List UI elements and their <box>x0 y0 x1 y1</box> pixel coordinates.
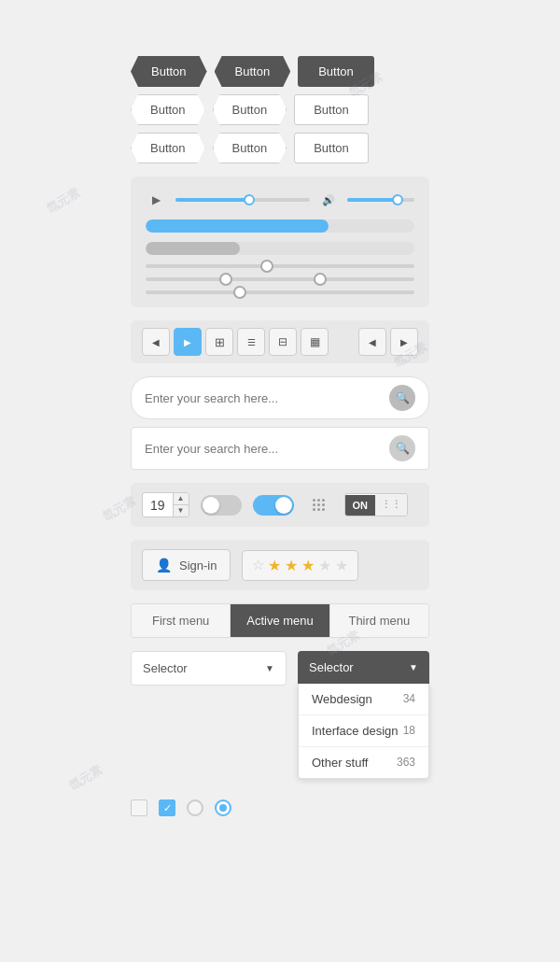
button-row-2: Button Button Button <box>131 94 429 125</box>
search-box-1: 🔍 <box>131 376 429 419</box>
selector-light-label: Selector <box>143 661 188 675</box>
selector-dark: Selector ▼ Webdesign 34 Interface design… <box>298 651 429 779</box>
on-label: ON <box>345 495 376 516</box>
number-value: 19 <box>143 494 173 516</box>
toggle-off[interactable] <box>201 495 242 516</box>
dots-toggle[interactable] <box>305 495 333 516</box>
dropdown-item-3-count: 363 <box>397 756 415 770</box>
range-single-2[interactable] <box>146 290 414 294</box>
search-box-2: 🔍 <box>131 427 429 470</box>
media-cols-btn[interactable]: ⊟ <box>269 328 297 356</box>
media-grid-btn[interactable]: ⊞ <box>205 328 233 356</box>
dropdown-item-3-label: Other stuff <box>312 756 368 770</box>
number-up-btn[interactable]: ▲ <box>174 493 189 505</box>
star-empty-1[interactable]: ★ <box>318 557 331 574</box>
number-input: 19 ▲ ▼ <box>142 492 189 517</box>
volume-track[interactable] <box>347 198 414 202</box>
signin-button[interactable]: 👤 Sign-in <box>142 549 231 581</box>
play-icon[interactable]: ▶ <box>146 190 166 210</box>
star-filled-3[interactable]: ★ <box>301 557 315 574</box>
button-light-rect-1[interactable]: Button <box>294 94 369 125</box>
media-controls: ◀ ▶ ⊞ ☰ ⊟ ▦ ◀ ▶ <box>131 320 429 363</box>
controls-row: 19 ▲ ▼ ON ⋮⋮ <box>131 483 429 527</box>
progress-bar-gray <box>146 242 414 255</box>
play-progress-track[interactable] <box>175 198 310 202</box>
play-slider-row: ▶ 🔊 <box>146 190 414 210</box>
button-light-arrow-4[interactable]: Button <box>213 133 287 163</box>
volume-icon[interactable]: 🔊 <box>319 191 338 209</box>
dropdown-item-3[interactable]: Other stuff 363 <box>299 747 428 778</box>
stars-rating[interactable]: ☆ ★ ★ ★ ★ ★ <box>242 550 358 581</box>
media-list-btn[interactable]: ☰ <box>237 328 265 356</box>
dropdown-item-2[interactable]: Interface design 18 <box>299 715 428 747</box>
number-arrows: ▲ ▼ <box>173 493 189 516</box>
dropdown-item-1[interactable]: Webdesign 34 <box>299 684 428 715</box>
button-light-rect-2[interactable]: Button <box>294 133 369 163</box>
star-filled-2[interactable]: ★ <box>285 557 298 574</box>
star-empty-2[interactable]: ★ <box>335 557 348 574</box>
checkbox-checked[interactable]: ✓ <box>159 799 175 816</box>
range-dual[interactable] <box>146 277 414 281</box>
star-outline-1[interactable]: ☆ <box>252 557 264 573</box>
search-button-2[interactable]: 🔍 <box>389 435 415 461</box>
radio-dot <box>219 804 227 812</box>
on-off-toggle[interactable]: ON ⋮⋮ <box>344 493 409 516</box>
number-down-btn[interactable]: ▼ <box>174 505 189 516</box>
button-light-arrow-1[interactable]: Button <box>131 94 205 125</box>
button-dark-rect-1[interactable]: Button <box>298 56 374 87</box>
user-icon: 👤 <box>156 558 172 573</box>
selectors-row: Selector ▼ Selector ▼ Webdesign 34 Inter… <box>131 651 429 779</box>
menu-tabs: First menu Active menu Third menu <box>131 603 429 638</box>
search-input-1[interactable] <box>145 391 382 405</box>
media-back-btn[interactable]: ◀ <box>358 328 386 356</box>
star-filled-1[interactable]: ★ <box>268 557 281 574</box>
dropdown-item-2-count: 18 <box>403 724 415 738</box>
selector-dark-chevron: ▼ <box>409 662 418 672</box>
toggle-on[interactable] <box>253 495 294 516</box>
media-barchart-btn[interactable]: ▦ <box>301 328 329 356</box>
menu-tab-active[interactable]: Active menu <box>231 604 329 637</box>
dropdown-item-2-label: Interface design <box>312 724 399 738</box>
buttons-section: Button Button Button Button Button Butto… <box>131 56 429 163</box>
progress-bar-blue <box>146 219 414 233</box>
check-radio-row: ✓ <box>131 792 429 824</box>
dropdown-item-1-count: 34 <box>403 692 415 706</box>
off-dots: ⋮⋮ <box>375 494 407 516</box>
selector-dark-header[interactable]: Selector ▼ <box>298 651 429 684</box>
range-single-1[interactable] <box>146 264 414 268</box>
checkbox-unchecked[interactable] <box>131 799 147 816</box>
chevron-down-icon: ▼ <box>265 663 274 673</box>
button-row-1: Button Button Button <box>131 56 429 87</box>
search-button-1[interactable]: 🔍 <box>389 385 415 411</box>
media-play-btn[interactable]: ▶ <box>174 328 202 356</box>
button-row-3: Button Button Button <box>131 133 429 163</box>
menu-tab-first[interactable]: First menu <box>132 604 231 637</box>
dropdown-item-1-label: Webdesign <box>312 692 372 706</box>
radio-unselected[interactable] <box>187 799 203 816</box>
button-light-arrow-2[interactable]: Button <box>213 94 287 125</box>
signin-label: Sign-in <box>179 559 217 573</box>
selector-light[interactable]: Selector ▼ <box>131 651 287 686</box>
button-dark-arrow-2[interactable]: Button <box>215 56 291 87</box>
media-prev-btn[interactable]: ◀ <box>142 328 170 356</box>
search-section: 🔍 🔍 <box>131 376 429 470</box>
menu-tab-third[interactable]: Third menu <box>330 604 428 637</box>
button-dark-arrow-1[interactable]: Button <box>131 56 207 87</box>
button-light-arrow-3[interactable]: Button <box>131 133 205 163</box>
signin-stars-row: 👤 Sign-in ☆ ★ ★ ★ ★ ★ <box>131 540 429 590</box>
dropdown-menu: Webdesign 34 Interface design 18 Other s… <box>298 684 429 779</box>
radio-selected[interactable] <box>215 799 231 816</box>
search-input-2[interactable] <box>145 442 382 456</box>
sliders-section: ▶ 🔊 <box>131 177 429 307</box>
media-forward-btn[interactable]: ▶ <box>390 328 418 356</box>
selector-dark-label: Selector <box>309 660 354 674</box>
